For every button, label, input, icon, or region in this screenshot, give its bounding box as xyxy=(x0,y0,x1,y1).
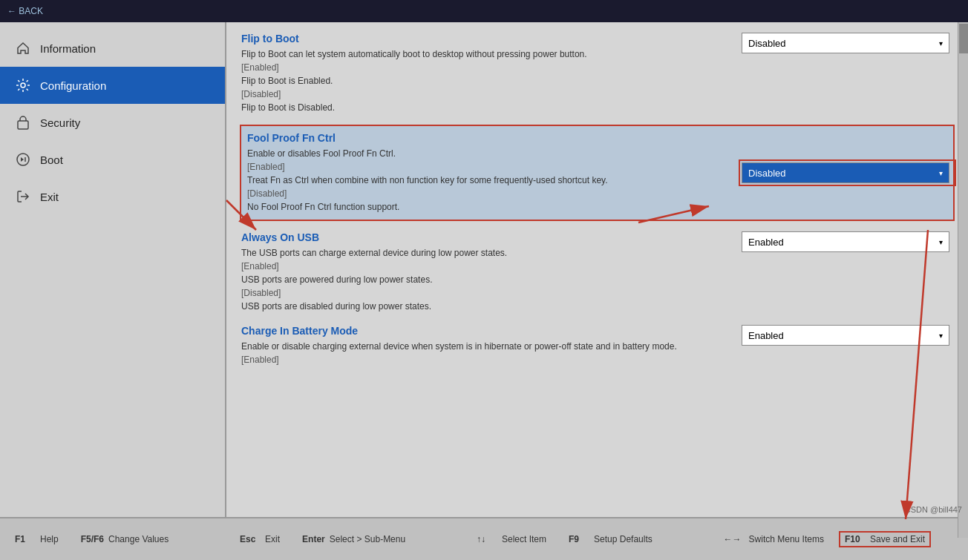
bottom-bar: F1 Help F5/F6 Change Values Esc Exit Ent… xyxy=(0,517,968,560)
watermark: CSDN @bill447 xyxy=(905,505,962,514)
setting-row-fool-proof: Fool Proof Fn Ctrl Enable or disables Fo… xyxy=(241,126,953,220)
sidebar-item-boot[interactable]: Boot xyxy=(0,141,225,178)
setting-row-always-on-usb: Always On USB The USB ports can charge e… xyxy=(241,231,953,313)
sidebar-item-configuration[interactable]: Configuration xyxy=(0,67,225,104)
esc-key: Esc xyxy=(240,534,261,544)
boot-icon xyxy=(15,151,31,168)
esc-label: Exit xyxy=(265,534,280,544)
top-bar: ← BACK xyxy=(0,0,968,22)
content-area[interactable]: Flip to Boot Flip to Boot can let system… xyxy=(226,22,968,538)
f5f6-key: F5/F6 xyxy=(81,534,104,544)
charge-battery-desc: Enable or disable charging external devi… xyxy=(241,340,730,366)
f9-label: Setup Defaults xyxy=(594,534,653,544)
enter-label: Select > Sub-Menu xyxy=(330,534,405,544)
flip-to-boot-desc: Flip to Boot can let system automaticall… xyxy=(241,47,730,114)
security-label: Security xyxy=(40,116,80,129)
fool-proof-dropdown[interactable]: Disabled ▾ xyxy=(742,162,949,183)
back-button[interactable]: ← BACK xyxy=(7,6,43,16)
sidebar-item-information[interactable]: Information xyxy=(0,30,225,67)
charge-battery-dropdown[interactable]: Enabled ▾ xyxy=(742,325,949,346)
scrollbar-thumb[interactable] xyxy=(959,24,968,53)
configuration-label: Configuration xyxy=(40,79,106,92)
charge-battery-title: Charge In Battery Mode xyxy=(241,325,730,337)
f5f6-label: Change Values xyxy=(108,534,169,544)
sidebar: Information Configuration Security xyxy=(0,22,226,538)
chevron-down-icon: ▾ xyxy=(939,169,943,177)
flip-to-boot-dropdown[interactable]: Disabled ▾ xyxy=(742,33,949,53)
f10-label: Save and Exit xyxy=(870,534,925,544)
setting-row-flip-to-boot: Flip to Boot Flip to Boot can let system… xyxy=(241,33,953,114)
f1-key: F1 xyxy=(15,534,36,544)
svg-point-0 xyxy=(21,83,25,88)
home-icon xyxy=(15,40,31,56)
sidebar-item-exit[interactable]: Exit xyxy=(0,178,225,215)
leftright-key: ←→ xyxy=(724,534,745,544)
shortcut-enter: Enter Select > Sub-Menu xyxy=(302,534,405,544)
flip-to-boot-dropdown-container[interactable]: Disabled ▾ xyxy=(742,33,953,53)
updown-key: ↑↓ xyxy=(477,534,497,544)
shortcut-f9: F9 Setup Defaults xyxy=(569,534,653,544)
shortcut-f5f6: F5/F6 Change Values xyxy=(81,534,169,544)
updown-label: Select Item xyxy=(502,534,546,544)
setting-row-charge-battery: Charge In Battery Mode Enable or disable… xyxy=(241,325,953,366)
sidebar-item-security[interactable]: Security xyxy=(0,104,225,141)
scrollbar-track[interactable] xyxy=(958,22,968,538)
chevron-down-icon: ▾ xyxy=(939,238,943,246)
f9-key: F9 xyxy=(569,534,589,544)
always-on-usb-value: Enabled xyxy=(748,237,784,248)
svg-rect-1 xyxy=(18,121,28,129)
exit-label: Exit xyxy=(40,191,59,203)
charge-battery-value: Enabled xyxy=(748,330,784,341)
fool-proof-value: Disabled xyxy=(748,168,786,179)
shortcut-f1: F1 Help xyxy=(15,534,59,544)
enter-key: Enter xyxy=(302,534,325,544)
gear-icon xyxy=(15,77,31,93)
f10-key: F10 xyxy=(845,534,866,544)
shortcut-leftright: ←→ Switch Menu Items xyxy=(724,534,824,544)
flip-to-boot-value: Disabled xyxy=(748,38,786,49)
always-on-usb-title: Always On USB xyxy=(241,231,730,243)
shortcut-updown: ↑↓ Select Item xyxy=(477,534,546,544)
leftright-label: Switch Menu Items xyxy=(749,534,824,544)
fool-proof-desc: Enable or disables Fool Proof Fn Ctrl. [… xyxy=(247,147,725,214)
always-on-usb-dropdown[interactable]: Enabled ▾ xyxy=(742,231,949,252)
boot-label: Boot xyxy=(40,154,63,166)
fool-proof-title: Fool Proof Fn Ctrl xyxy=(247,132,725,144)
exit-icon xyxy=(15,188,31,205)
information-label: Information xyxy=(40,42,96,55)
flip-to-boot-title: Flip to Boot xyxy=(241,33,730,45)
fool-proof-dropdown-container[interactable]: Disabled ▾ xyxy=(742,162,953,183)
shortcut-esc: Esc Exit xyxy=(240,534,280,544)
chevron-down-icon: ▾ xyxy=(939,332,943,340)
chevron-down-icon: ▾ xyxy=(939,39,943,47)
always-on-usb-dropdown-container[interactable]: Enabled ▾ xyxy=(742,231,953,252)
main-layout: Information Configuration Security xyxy=(0,22,968,538)
shortcut-f10[interactable]: F10 Save and Exit xyxy=(839,531,931,547)
charge-battery-dropdown-container[interactable]: Enabled ▾ xyxy=(742,325,953,346)
lock-icon xyxy=(15,114,31,131)
f1-label: Help xyxy=(40,534,59,544)
always-on-usb-desc: The USB ports can charge external device… xyxy=(241,246,730,313)
